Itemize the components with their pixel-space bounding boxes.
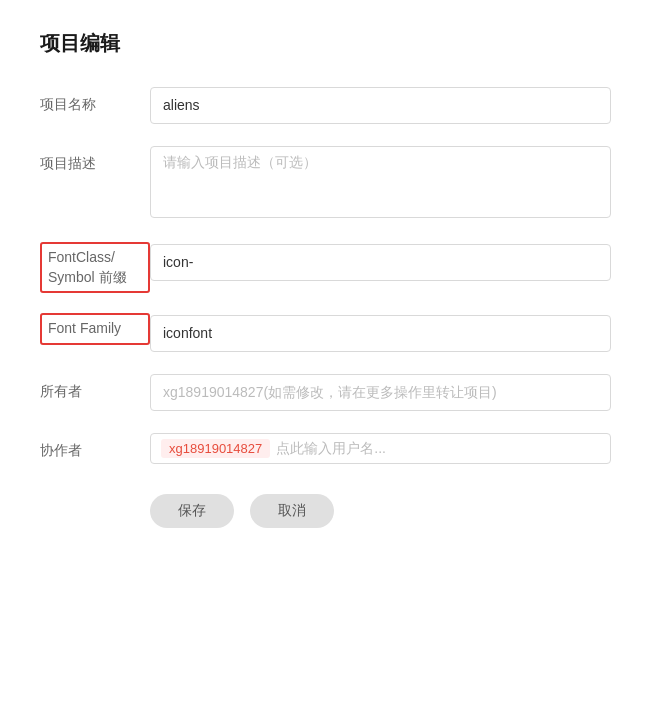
collaborator-field: xg18919014827 点此输入用户名... xyxy=(150,433,611,464)
collaborator-row: 协作者 xg18919014827 点此输入用户名... xyxy=(40,433,611,464)
owner-field: xg18919014827(如需修改，请在更多操作里转让项目) xyxy=(150,374,611,411)
project-name-row: 项目名称 xyxy=(40,87,611,124)
font-class-field xyxy=(150,244,611,281)
collaborator-tag: xg18919014827 xyxy=(161,439,270,458)
font-class-label: FontClass/Symbol 前缀 xyxy=(40,242,150,293)
collaborator-label: 协作者 xyxy=(40,433,150,461)
project-desc-label: 项目描述 xyxy=(40,146,150,174)
project-name-input[interactable] xyxy=(150,87,611,124)
project-name-field xyxy=(150,87,611,124)
cancel-button[interactable]: 取消 xyxy=(250,494,334,528)
page-title: 项目编辑 xyxy=(40,30,611,57)
save-button[interactable]: 保存 xyxy=(150,494,234,528)
project-desc-field xyxy=(150,146,611,222)
project-desc-input[interactable] xyxy=(150,146,611,218)
owner-row: 所有者 xg18919014827(如需修改，请在更多操作里转让项目) xyxy=(40,374,611,411)
owner-value: xg18919014827(如需修改，请在更多操作里转让项目) xyxy=(150,374,611,411)
font-family-label: Font Family xyxy=(40,313,150,345)
font-family-field xyxy=(150,315,611,352)
owner-label: 所有者 xyxy=(40,374,150,402)
font-class-input[interactable] xyxy=(150,244,611,281)
font-family-input[interactable] xyxy=(150,315,611,352)
project-name-label: 项目名称 xyxy=(40,87,150,115)
button-row: 保存 取消 xyxy=(40,494,611,528)
project-desc-row: 项目描述 xyxy=(40,146,611,222)
collaborator-input-placeholder: 点此输入用户名... xyxy=(276,440,600,458)
font-class-row: FontClass/Symbol 前缀 xyxy=(40,244,611,293)
collaborator-container[interactable]: xg18919014827 点此输入用户名... xyxy=(150,433,611,464)
font-family-row: Font Family xyxy=(40,315,611,352)
